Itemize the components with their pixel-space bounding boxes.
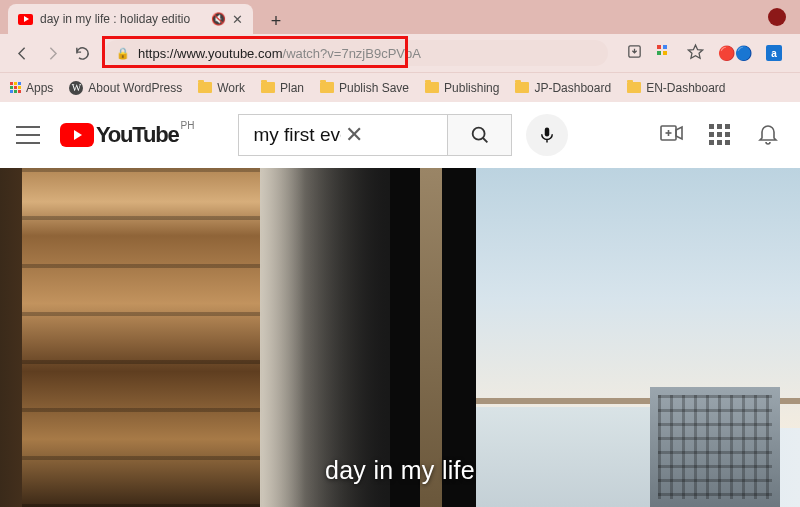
youtube-logo[interactable]: YouTube PH: [60, 122, 178, 148]
bookmark-folder-jp-dashboard[interactable]: JP-Dashboard: [515, 81, 611, 95]
menu-button[interactable]: [16, 126, 40, 144]
svg-rect-4: [545, 127, 550, 136]
youtube-apps-icon[interactable]: [709, 124, 730, 145]
tab-mute-icon[interactable]: 🔇: [211, 12, 226, 26]
create-button[interactable]: [659, 121, 683, 149]
install-app-icon[interactable]: [626, 43, 643, 64]
back-button[interactable]: [8, 39, 36, 67]
bookmark-folder-work[interactable]: Work: [198, 81, 245, 95]
address-bar[interactable]: 🔒 https://www.youtube.com/watch?v=7nzjB9…: [104, 40, 608, 66]
bookmark-star-icon[interactable]: [687, 43, 704, 64]
translate-icon[interactable]: [657, 45, 673, 61]
search-input[interactable]: my first ever vlog ✕: [238, 114, 448, 156]
youtube-header: YouTube PH my first ever vlog ✕: [0, 102, 800, 168]
extension-icon-1[interactable]: 🔴🔵: [718, 45, 752, 61]
bookmarks-bar: Apps WAbout WordPress Work Plan Publish …: [0, 72, 800, 102]
bookmark-folder-publishing[interactable]: Publishing: [425, 81, 499, 95]
video-caption: day in my life: [0, 456, 800, 485]
video-player[interactable]: day in my life: [0, 168, 800, 507]
bookmark-folder-publish-save[interactable]: Publish Save: [320, 81, 409, 95]
browser-tab[interactable]: day in my life : holiday editio 🔇 ✕: [8, 4, 253, 34]
voice-search-button[interactable]: [526, 114, 568, 156]
search-button[interactable]: [448, 114, 512, 156]
bookmark-folder-plan[interactable]: Plan: [261, 81, 304, 95]
search-value: my first ever vlog: [253, 124, 341, 146]
clear-search-icon[interactable]: ✕: [341, 122, 437, 148]
new-tab-button[interactable]: +: [263, 8, 289, 34]
extension-icon-2[interactable]: a: [766, 45, 782, 61]
youtube-favicon-icon: [18, 14, 33, 25]
url-path: /watch?v=7nzjB9cPVpA: [283, 46, 421, 61]
tab-close-icon[interactable]: ✕: [232, 12, 243, 27]
lock-icon: 🔒: [116, 47, 130, 60]
bookmark-apps[interactable]: Apps: [10, 81, 53, 95]
bookmark-about-wordpress[interactable]: WAbout WordPress: [69, 81, 182, 95]
youtube-play-icon: [60, 123, 94, 147]
reload-button[interactable]: [68, 39, 96, 67]
notifications-button[interactable]: [756, 121, 780, 149]
tab-title: day in my life : holiday editio: [40, 12, 205, 26]
svg-line-3: [483, 137, 488, 142]
region-label: PH: [181, 120, 195, 131]
svg-marker-1: [688, 45, 702, 58]
svg-marker-6: [676, 127, 682, 139]
forward-button[interactable]: [38, 39, 66, 67]
url-domain: https://www.youtube.com: [138, 46, 283, 61]
browser-profile-avatar[interactable]: [768, 8, 786, 26]
bookmark-folder-en-dashboard[interactable]: EN-Dashboard: [627, 81, 725, 95]
